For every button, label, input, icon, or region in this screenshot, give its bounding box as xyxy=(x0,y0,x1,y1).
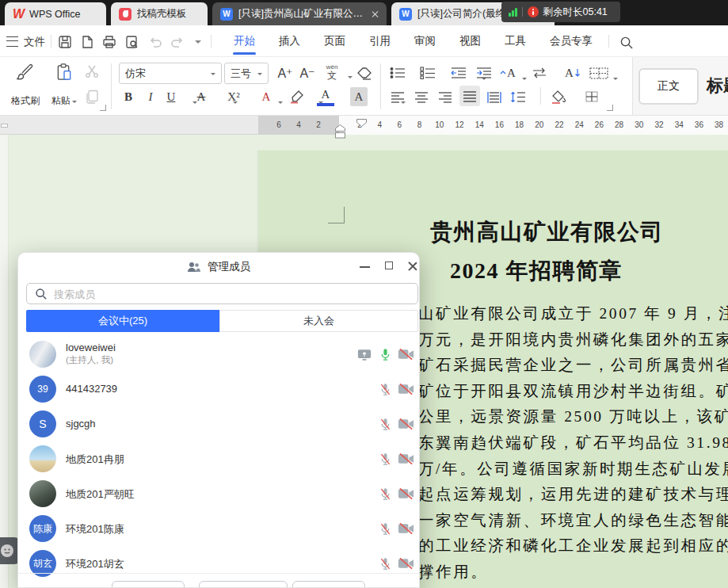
left-indent-marker[interactable] xyxy=(335,124,345,142)
font-name-select[interactable]: 仿宋 xyxy=(119,63,222,84)
copy-icon[interactable] xyxy=(82,87,101,106)
search-icon[interactable] xyxy=(618,34,634,50)
member-row[interactable]: 陈康环境201陈康 xyxy=(18,511,419,546)
print-icon[interactable] xyxy=(101,34,117,50)
mic-off-icon[interactable] xyxy=(376,451,394,467)
pinyin-guide-button[interactable]: wén 文 xyxy=(320,60,344,84)
superscript-button[interactable]: X² xyxy=(223,87,244,106)
export-pdf-icon[interactable] xyxy=(79,34,95,50)
member-row[interactable]: 胡玄环境201胡玄 xyxy=(18,546,419,581)
char-shading-button[interactable]: A xyxy=(350,87,368,106)
mic-off-icon[interactable] xyxy=(376,381,394,397)
menu-item[interactable]: 插入 xyxy=(267,25,312,56)
member-row[interactable]: 39441432739 xyxy=(18,372,419,407)
justify-icon[interactable] xyxy=(459,86,480,106)
highlight-pen-icon[interactable] xyxy=(287,87,306,106)
member-row[interactable]: 地质201冉朋 xyxy=(18,441,419,476)
align-right-icon[interactable] xyxy=(436,87,455,106)
member-row[interactable]: 地质201严朝旺 xyxy=(18,476,419,511)
tab-document-active[interactable]: W [只读]贵州高山矿业有限公司2024... xyxy=(212,2,387,25)
italic-button[interactable]: I xyxy=(143,87,158,106)
member-row[interactable]: loveweiwei(主持人, 我) xyxy=(18,337,419,372)
bold-button[interactable]: B xyxy=(119,87,138,106)
camera-off-icon[interactable] xyxy=(397,346,414,362)
increase-indent-icon[interactable] xyxy=(474,63,494,82)
clear-format-icon[interactable] xyxy=(355,63,374,82)
search-input[interactable] xyxy=(52,284,412,304)
camera-off-icon[interactable] xyxy=(397,451,414,467)
undo-icon[interactable] xyxy=(147,34,163,50)
close-icon[interactable] xyxy=(371,10,379,18)
font-size-select[interactable]: 三号 xyxy=(224,63,269,84)
camera-off-icon[interactable] xyxy=(397,416,414,432)
tab-in-meeting[interactable]: 会议中(25) xyxy=(26,310,219,332)
ruler-number: 32 xyxy=(653,116,665,134)
mic-off-icon[interactable] xyxy=(376,556,394,571)
menu-item[interactable]: 审阅 xyxy=(402,25,448,56)
mic-off-icon[interactable] xyxy=(376,416,394,432)
camera-off-icon[interactable] xyxy=(397,521,414,536)
tab-not-joined[interactable]: 未入会 xyxy=(219,310,418,332)
mic-off-icon[interactable] xyxy=(376,521,394,536)
menu-item[interactable]: 开始 xyxy=(222,25,267,56)
tab-wps-home[interactable]: W WPS Office xyxy=(5,2,106,25)
menu-item[interactable]: 引用 xyxy=(357,25,402,56)
camera-off-icon[interactable] xyxy=(397,381,414,397)
line-spacing-icon[interactable] xyxy=(509,87,528,106)
strikethrough-button[interactable]: A xyxy=(193,87,209,106)
format-painter-button[interactable]: 格式刷 xyxy=(6,62,44,109)
footer-button[interactable]: 全体静音 xyxy=(112,581,185,588)
decrease-font-button[interactable]: A⁻ xyxy=(298,63,317,82)
footer-button[interactable]: 解除全体静音 xyxy=(199,581,288,588)
align-center-icon[interactable] xyxy=(412,87,431,106)
borders-icon[interactable] xyxy=(581,87,602,106)
close-icon[interactable] xyxy=(406,261,419,272)
char-scale-button[interactable]: A xyxy=(499,63,516,82)
distribute-icon[interactable] xyxy=(485,87,504,106)
window-tab-bar: W WPS Office 找稿壳模板 W [只读]贵州高山矿业有限公司2024.… xyxy=(0,0,728,25)
paste-button[interactable]: 粘贴 xyxy=(48,62,81,109)
avatar: 39 xyxy=(29,376,56,403)
menu-item[interactable]: 视图 xyxy=(448,25,493,56)
camera-off-icon[interactable] xyxy=(397,556,414,571)
tab-template-store[interactable]: 找稿壳模板 xyxy=(111,2,208,25)
menu-item[interactable]: 页面 xyxy=(312,25,357,56)
cut-icon[interactable] xyxy=(82,62,101,81)
first-line-indent-marker[interactable] xyxy=(356,116,367,130)
chevron-down-icon[interactable] xyxy=(190,34,206,50)
minimize-icon[interactable] xyxy=(359,261,372,272)
footer-button[interactable]: 结束会议 xyxy=(292,581,365,588)
remaining-time-badge[interactable]: 剩余时长05:41 xyxy=(501,2,620,22)
style-body-text[interactable]: 正文 xyxy=(638,68,699,105)
group-expander-icon[interactable] xyxy=(607,105,613,111)
mic-on-icon[interactable] xyxy=(376,346,394,362)
wrap-text-icon[interactable] xyxy=(529,63,550,82)
save-icon[interactable] xyxy=(57,34,73,50)
maximize-icon[interactable] xyxy=(383,261,396,272)
file-menu[interactable]: 文件 xyxy=(24,35,45,49)
shading-bucket-icon[interactable] xyxy=(548,87,569,106)
bullet-list-icon[interactable] xyxy=(388,63,407,82)
increase-font-button[interactable]: A⁺ xyxy=(276,63,295,82)
camera-off-icon[interactable] xyxy=(397,486,414,502)
align-left-icon[interactable] xyxy=(388,87,407,106)
menu-item[interactable]: 工具 xyxy=(493,25,538,56)
print-preview-icon[interactable] xyxy=(124,34,139,50)
member-row[interactable]: Ssjgcgh xyxy=(18,407,419,441)
group-expander-icon[interactable] xyxy=(100,105,106,111)
underline-button[interactable]: U xyxy=(163,87,179,106)
member-search-box xyxy=(26,283,418,304)
document-text-line: 山矿业有限公司成立于 2007 年 9 月，注册资 xyxy=(418,303,728,324)
decrease-indent-icon[interactable] xyxy=(448,63,469,82)
mic-off-icon[interactable] xyxy=(376,486,394,502)
text-effects-button[interactable]: A xyxy=(258,87,274,106)
font-color-button[interactable]: A xyxy=(317,86,334,106)
text-direction-button[interactable]: A xyxy=(562,63,583,82)
screen-share-icon[interactable] xyxy=(356,346,373,362)
text-grid-icon[interactable] xyxy=(588,63,610,82)
style-heading[interactable]: 标题 xyxy=(707,74,728,97)
numbered-list-icon[interactable] xyxy=(418,63,437,82)
menu-item[interactable]: 会员专享 xyxy=(538,25,604,56)
hamburger-icon[interactable] xyxy=(6,36,18,47)
redo-icon[interactable] xyxy=(170,34,185,50)
